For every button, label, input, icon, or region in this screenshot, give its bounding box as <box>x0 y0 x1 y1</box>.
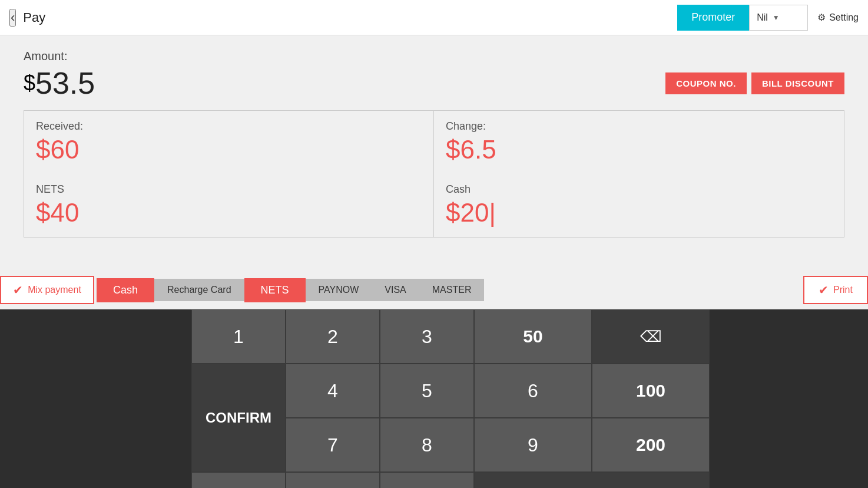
numpad-7[interactable]: 7 <box>286 418 380 472</box>
settings-label: Setting <box>829 12 859 23</box>
numpad-8[interactable]: 8 <box>380 418 474 472</box>
print-button[interactable]: ✔ Print <box>803 276 868 304</box>
promoter-button[interactable]: Promoter <box>677 5 749 31</box>
amount-label: Amount: <box>24 50 844 63</box>
numpad-50[interactable]: 50 <box>474 309 592 364</box>
numpad-dot[interactable]: . <box>380 472 474 488</box>
numpad-remark[interactable]: REMARK <box>474 472 710 488</box>
received-cell: Received: $60 <box>24 111 434 174</box>
cash-value: $20| <box>446 198 832 227</box>
nets-button[interactable]: NETS <box>244 278 306 302</box>
payment-methods-bar: ✔ Mix payment Cash Recharge Card NETS PA… <box>0 271 868 309</box>
cash-amount: 20| <box>460 198 495 227</box>
numpad-9[interactable]: 9 <box>474 418 592 472</box>
print-label: Print <box>833 285 853 295</box>
numpad-section: 1 2 3 50 ⌫ 4 5 6 100 CONFIRM 7 8 9 200 0… <box>0 309 868 488</box>
change-value: $6.5 <box>446 135 832 164</box>
numpad-00[interactable]: 00 <box>191 472 286 488</box>
master-button[interactable]: MASTER <box>419 279 485 301</box>
numpad-2[interactable]: 2 <box>286 309 380 364</box>
received-amount: 60 <box>50 135 79 164</box>
mix-payment-button[interactable]: ✔ Mix payment <box>0 276 94 304</box>
visa-button[interactable]: VISA <box>372 279 419 301</box>
bill-discount-button[interactable]: BILL DISCOUNT <box>751 72 844 94</box>
nets-amount: 40 <box>50 198 79 227</box>
numpad-confirm[interactable]: CONFIRM <box>191 364 286 472</box>
numpad-3[interactable]: 3 <box>380 309 474 364</box>
recharge-card-button[interactable]: Recharge Card <box>154 279 244 301</box>
header-right: Promoter Nil ▼ ⚙ Setting <box>677 5 859 31</box>
nets-label: NETS <box>36 183 422 196</box>
numpad-1[interactable]: 1 <box>191 309 286 364</box>
mix-payment-label: Mix payment <box>28 285 81 295</box>
page-title: Pay <box>23 10 677 25</box>
header: ‹ Pay Promoter Nil ▼ ⚙ Setting <box>0 0 868 35</box>
numpad-5[interactable]: 5 <box>380 364 474 418</box>
nets-dollar: $ <box>36 198 50 227</box>
received-dollar: $ <box>36 135 50 164</box>
numpad-left-spacer <box>0 309 191 488</box>
back-button[interactable]: ‹ <box>9 9 16 27</box>
cash-label: Cash <box>446 183 832 196</box>
nets-value: $40 <box>36 198 422 227</box>
amount-value-display: $53.5 <box>24 65 95 101</box>
coupon-bill-row: COUPON NO. BILL DISCOUNT <box>665 72 844 94</box>
change-label: Change: <box>446 120 832 133</box>
change-cell: Change: $6.5 <box>434 111 844 174</box>
coupon-button[interactable]: COUPON NO. <box>665 72 747 94</box>
settings-button[interactable]: ⚙ Setting <box>817 12 859 23</box>
amount-row: $53.5 COUPON NO. BILL DISCOUNT <box>24 65 844 101</box>
cash-cell: Cash $20| <box>434 174 844 237</box>
mix-check-icon: ✔ <box>13 283 23 297</box>
numpad-grid: 1 2 3 50 ⌫ 4 5 6 100 CONFIRM 7 8 9 200 0… <box>191 309 710 488</box>
print-check-icon: ✔ <box>819 283 829 297</box>
dropdown-arrow-icon: ▼ <box>773 14 780 22</box>
numpad-right-spacer <box>710 309 792 488</box>
payment-section: Amount: $53.5 COUPON NO. BILL DISCOUNT R… <box>0 35 868 271</box>
numpad-4[interactable]: 4 <box>286 364 380 418</box>
numpad-backspace[interactable]: ⌫ <box>592 309 710 364</box>
received-label: Received: <box>36 120 422 133</box>
change-dollar: $ <box>446 135 460 164</box>
numpad-200[interactable]: 200 <box>592 418 710 472</box>
numpad-6[interactable]: 6 <box>474 364 592 418</box>
cash-dollar: $ <box>446 198 460 227</box>
change-amount: 6.5 <box>460 135 496 164</box>
amount-dollar: $ <box>24 71 35 95</box>
cash-button[interactable]: Cash <box>97 278 154 302</box>
back-icon: ‹ <box>11 10 15 25</box>
amount-number: 53.5 <box>35 66 95 100</box>
numpad-0[interactable]: 0 <box>286 472 380 488</box>
numpad-100[interactable]: 100 <box>592 364 710 418</box>
nets-cell: NETS $40 <box>24 174 434 237</box>
paynow-button[interactable]: PAYNOW <box>306 279 372 301</box>
gear-icon: ⚙ <box>817 12 826 23</box>
payment-info-grid: Received: $60 Change: $6.5 NETS $40 Cash… <box>24 111 844 238</box>
received-value: $60 <box>36 135 422 164</box>
nil-dropdown[interactable]: Nil ▼ <box>749 5 808 31</box>
nil-label: Nil <box>757 12 768 23</box>
